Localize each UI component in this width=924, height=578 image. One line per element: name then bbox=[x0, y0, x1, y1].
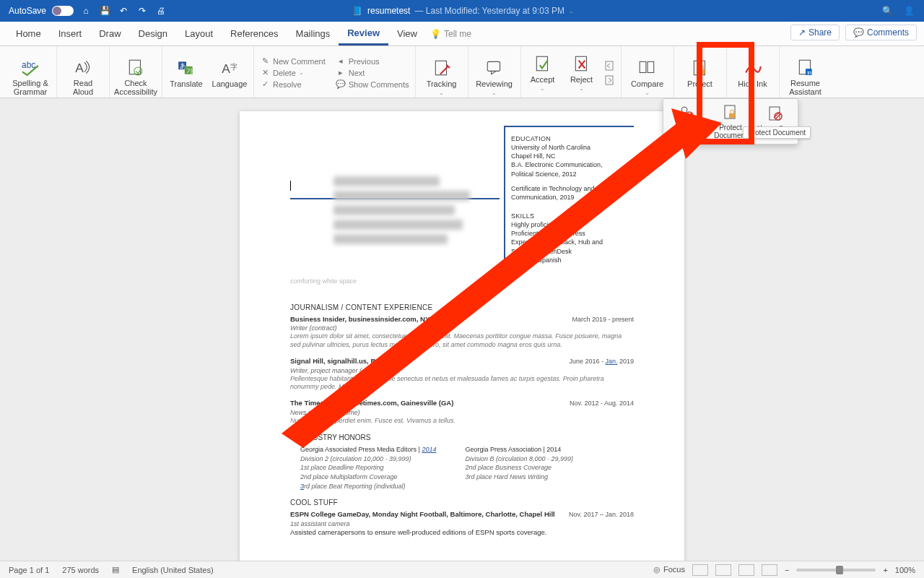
next-icon: ▸ bbox=[336, 68, 346, 78]
read-aloud-button[interactable]: ARead Aloud bbox=[63, 57, 103, 96]
svg-rect-26 bbox=[729, 113, 735, 118]
year-link[interactable]: 2014 bbox=[422, 446, 436, 453]
ribbon: abcSpelling & Grammar ARead Aloud Check … bbox=[0, 46, 924, 98]
protect-icon bbox=[690, 58, 710, 78]
focus-mode[interactable]: ◎Focus bbox=[653, 565, 685, 574]
check-accessibility-button[interactable]: Check Accessibility bbox=[116, 57, 156, 96]
new-comment-button[interactable]: ✎New Comment bbox=[260, 56, 326, 66]
home-icon[interactable]: ⌂ bbox=[79, 4, 92, 17]
modified-label: — Last Modified: Yesterday at 9:03 PM bbox=[414, 6, 564, 16]
show-comments-button[interactable]: 💬Show Comments bbox=[336, 79, 409, 90]
autosave-toggle[interactable] bbox=[52, 6, 74, 16]
comments-button[interactable]: 💬Comments bbox=[845, 25, 917, 40]
translate-button[interactable]: あ가Translate bbox=[168, 58, 204, 88]
tab-insert[interactable]: Insert bbox=[50, 23, 91, 44]
spelling-button[interactable]: abcSpelling & Grammar bbox=[10, 57, 51, 96]
tab-view[interactable]: View bbox=[388, 23, 426, 44]
next-change-icon[interactable] bbox=[605, 75, 615, 85]
word-count[interactable]: 275 words bbox=[62, 566, 99, 574]
tab-design[interactable]: Design bbox=[130, 23, 176, 44]
redo-icon[interactable]: ↷ bbox=[136, 4, 149, 17]
show-comments-icon: 💬 bbox=[336, 79, 346, 90]
svg-rect-19 bbox=[698, 69, 705, 74]
hide-ink-icon bbox=[743, 58, 763, 78]
linkedin-icon: in bbox=[796, 57, 816, 77]
share-button[interactable]: ↗Share bbox=[790, 25, 840, 40]
word-file-icon: 📘 bbox=[350, 4, 363, 17]
language-button[interactable]: A字Language bbox=[212, 58, 248, 88]
share-icon: ↗ bbox=[798, 27, 806, 38]
bulb-icon: 💡 bbox=[430, 29, 441, 39]
reject-button[interactable]: Reject⌄ bbox=[566, 53, 598, 92]
svg-text:in: in bbox=[807, 69, 811, 76]
language-icon: A字 bbox=[219, 58, 240, 78]
tab-draw[interactable]: Draw bbox=[90, 23, 129, 44]
reviewing-icon bbox=[484, 58, 505, 78]
status-bar: Page 1 of 1 275 words ▤ English (United … bbox=[0, 561, 924, 578]
spellcheck-status-icon[interactable]: ▤ bbox=[112, 565, 119, 574]
document-title[interactable]: resumetest bbox=[367, 6, 410, 16]
tracking-icon bbox=[432, 58, 452, 78]
titlebar: AutoSave ⌂ 💾 ↶ ↷ 🖨 📘 resumetest — Last M… bbox=[0, 0, 924, 22]
protect-document-option[interactable]: Protect Document Protect Document bbox=[708, 99, 753, 144]
view-draft-icon[interactable] bbox=[762, 564, 777, 576]
prev-change-icon[interactable] bbox=[605, 61, 615, 71]
svg-rect-16 bbox=[640, 61, 646, 72]
search-icon[interactable]: 🔍 bbox=[881, 4, 894, 17]
zoom-slider[interactable] bbox=[796, 569, 876, 571]
undo-icon[interactable]: ↶ bbox=[117, 4, 130, 17]
resolve-icon: ✓ bbox=[260, 79, 270, 90]
chevron-down-icon[interactable]: ⌄ bbox=[569, 8, 574, 14]
print-icon[interactable]: 🖨 bbox=[154, 4, 167, 17]
hide-ink-button[interactable]: Hide Ink⌄ bbox=[733, 58, 773, 96]
education-heading: EDUCATION bbox=[511, 134, 634, 143]
jan-link[interactable]: Jan. bbox=[605, 358, 617, 365]
protect-button[interactable]: Protect⌄ bbox=[680, 58, 720, 96]
previous-comment-button[interactable]: ◂Previous bbox=[336, 56, 409, 66]
svg-rect-11 bbox=[487, 61, 500, 71]
delete-comment-button[interactable]: ✕Delete⌄ bbox=[260, 68, 326, 78]
block-authors-option[interactable]: Block Authors bbox=[663, 99, 708, 144]
view-outline-icon[interactable] bbox=[738, 564, 754, 576]
save-icon[interactable]: 💾 bbox=[98, 4, 111, 17]
view-print-icon[interactable] bbox=[692, 564, 708, 576]
tab-review[interactable]: Review bbox=[339, 22, 388, 46]
translate-icon: あ가 bbox=[176, 58, 196, 78]
reject-icon bbox=[572, 53, 592, 74]
accept-icon bbox=[533, 53, 553, 74]
svg-text:A: A bbox=[75, 61, 84, 75]
language-status[interactable]: English (United States) bbox=[132, 566, 214, 574]
read-aloud-icon: A bbox=[73, 57, 93, 77]
new-comment-icon: ✎ bbox=[260, 56, 270, 66]
tab-mailings[interactable]: Mailings bbox=[287, 23, 339, 44]
previous-icon: ◂ bbox=[336, 56, 346, 66]
account-icon[interactable]: 👤 bbox=[902, 4, 915, 17]
reviewing-button[interactable]: Reviewing⌄ bbox=[474, 58, 515, 96]
protect-dropdown: Block Authors Protect Document Protect D… bbox=[663, 98, 798, 144]
compare-icon bbox=[637, 58, 658, 78]
tab-references[interactable]: References bbox=[222, 23, 287, 44]
document-canvas[interactable]: EDUCATION University of North Carolina C… bbox=[0, 98, 924, 561]
next-comment-button[interactable]: ▸Next bbox=[336, 68, 409, 78]
view-web-icon[interactable] bbox=[715, 564, 731, 576]
tooltip: Protect Document bbox=[743, 126, 811, 139]
tell-me[interactable]: 💡Tell me bbox=[430, 29, 471, 39]
zoom-value[interactable]: 100% bbox=[895, 566, 915, 574]
section-cool: COOL STUFF bbox=[290, 498, 634, 508]
section-journalism: JOURNALISM / CONTENT EXPERIENCE bbox=[290, 303, 634, 313]
honors-heading: INDUSTRY HONORS bbox=[300, 433, 634, 443]
spelling-icon: abc bbox=[20, 57, 40, 77]
tab-layout[interactable]: Layout bbox=[176, 23, 222, 44]
svg-text:字: 字 bbox=[230, 63, 237, 71]
zoom-out[interactable]: − bbox=[785, 566, 789, 574]
text-cursor bbox=[290, 181, 291, 191]
resolve-button[interactable]: ✓Resolve bbox=[260, 79, 326, 90]
accept-button[interactable]: Accept⌄ bbox=[527, 53, 559, 92]
zoom-in[interactable]: + bbox=[883, 566, 887, 574]
compare-button[interactable]: Compare⌄ bbox=[627, 58, 668, 96]
tracking-button[interactable]: Tracking⌄ bbox=[422, 58, 462, 96]
delete-icon: ✕ bbox=[260, 68, 270, 78]
tab-home[interactable]: Home bbox=[7, 23, 50, 44]
resume-assistant-button[interactable]: inResume Assistant bbox=[785, 57, 826, 96]
page-indicator[interactable]: Page 1 of 1 bbox=[9, 566, 49, 574]
